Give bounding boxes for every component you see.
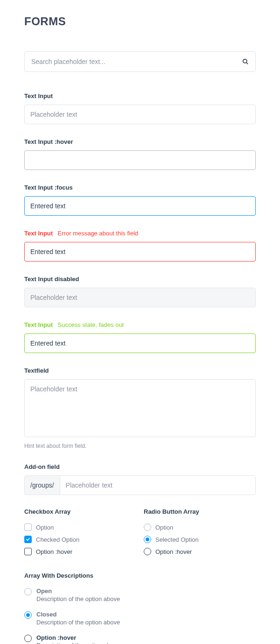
radio-selected-icon[interactable] — [24, 611, 32, 619]
checkbox-label: Option :hover — [36, 548, 72, 555]
field-text-input-error: Text Input Error message about this fiel… — [24, 229, 256, 262]
desc-option-label: Open — [36, 587, 120, 595]
checkbox-option-1[interactable]: Checked Option — [24, 536, 136, 543]
addon-input[interactable] — [60, 476, 255, 495]
radio-icon[interactable] — [144, 548, 151, 555]
radio-option-2[interactable]: Option :hover — [144, 548, 256, 555]
radio-option-1[interactable]: Selected Option — [144, 536, 256, 543]
checkbox-checked-icon[interactable] — [24, 536, 32, 543]
checkbox-array-title: Checkbox Array — [24, 508, 136, 515]
text-input-focus[interactable] — [24, 196, 256, 216]
radio-selected-icon[interactable] — [144, 536, 151, 543]
text-input-error-msg: Error message about this field — [58, 230, 139, 237]
text-input-disabled — [24, 288, 256, 307]
svg-point-0 — [243, 59, 247, 63]
field-addon: Add-on field /groups/ — [24, 462, 256, 495]
desc-option-description: Description of the option above — [36, 619, 120, 627]
text-input-focus-label: Text Input :focus — [24, 184, 73, 191]
text-input[interactable] — [24, 105, 256, 124]
addon-prefix: /groups/ — [25, 476, 60, 495]
radio-icon[interactable] — [144, 524, 151, 531]
text-input-disabled-label: Text Input disabled — [24, 276, 79, 283]
checkbox-icon[interactable] — [24, 548, 32, 555]
text-input-hover-label: Text Input :hover — [24, 138, 73, 145]
field-text-input: Text Input — [24, 92, 256, 124]
text-input-success-label: Text Input — [24, 321, 53, 328]
textfield-hint: Hint text about form field. — [24, 443, 256, 449]
search-field[interactable] — [24, 51, 256, 72]
field-text-input-focus: Text Input :focus — [24, 183, 256, 216]
descriptions-array: Array With Descriptions Open Description… — [24, 572, 256, 644]
desc-option-label: Closed — [36, 611, 120, 619]
text-input-success-msg: Success state, fades out — [58, 321, 124, 328]
text-input-label: Text Input — [24, 92, 53, 99]
checkbox-label: Option — [36, 524, 54, 531]
radio-label: Selected Option — [155, 536, 199, 543]
textfield[interactable] — [24, 379, 256, 437]
text-input-error-label: Text Input — [24, 230, 53, 237]
page-title: FORMS — [24, 15, 256, 28]
field-text-input-disabled: Text Input disabled — [24, 275, 256, 307]
desc-option-0[interactable]: Open Description of the option above — [24, 587, 256, 603]
search-icon — [242, 58, 249, 65]
checkbox-array: Checkbox Array Option Checked Option Opt… — [24, 508, 136, 560]
radio-icon[interactable] — [24, 588, 32, 595]
field-text-input-success: Text Input Success state, fades out — [24, 320, 256, 353]
checkbox-icon[interactable] — [24, 524, 32, 531]
desc-option-1[interactable]: Closed Description of the option above — [24, 611, 256, 627]
svg-line-1 — [246, 63, 248, 64]
desc-option-description: Description of the option above — [36, 595, 120, 603]
radio-array-title: Radio Button Array — [144, 508, 256, 515]
checkbox-option-0[interactable]: Option — [24, 524, 136, 531]
textfield-label: Textfield — [24, 367, 49, 374]
text-input-error[interactable] — [24, 242, 256, 262]
radio-label: Option :hover — [155, 548, 192, 555]
text-input-hover[interactable] — [24, 150, 256, 170]
desc-option-label: Option :hover — [36, 634, 120, 642]
radio-label: Option — [155, 524, 173, 531]
field-text-input-hover: Text Input :hover — [24, 137, 256, 170]
descriptions-array-title: Array With Descriptions — [24, 572, 256, 579]
radio-option-0[interactable]: Option — [144, 524, 256, 531]
addon-label: Add-on field — [24, 463, 60, 470]
desc-option-2[interactable]: Option :hover Description of the option … — [24, 634, 256, 644]
desc-option-description: Description of the option above — [36, 642, 120, 644]
search-input[interactable] — [25, 52, 255, 71]
radio-array: Radio Button Array Option Selected Optio… — [144, 508, 256, 560]
radio-icon[interactable] — [24, 635, 32, 642]
field-textfield: Textfield Hint text about form field. — [24, 366, 256, 449]
checkbox-label: Checked Option — [36, 536, 79, 543]
checkbox-option-2[interactable]: Option :hover — [24, 548, 136, 555]
text-input-success[interactable] — [24, 333, 256, 353]
